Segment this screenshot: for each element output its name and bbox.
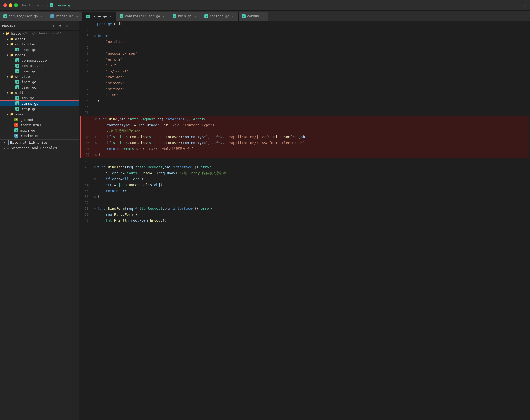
tab-contact[interactable]: g contact.go × (201, 12, 239, 21)
tree-item-resp[interactable]: g resp.go (0, 106, 79, 111)
tree-item-util[interactable]: ▼ 📁 util (0, 90, 79, 95)
tree-item-service-user[interactable]: g user.go (0, 85, 79, 90)
breadcrumb-util[interactable]: util (37, 3, 45, 7)
main-layout: Project ⊕ ≡ ⚙ — ▼ 📁 hello ~/Code/goRoot/… (0, 21, 530, 420)
tab-commun[interactable]: g commun... (239, 12, 268, 21)
sidebar: Project ⊕ ≡ ⚙ — ▼ 📁 hello ~/Code/goRoot/… (0, 21, 79, 420)
file-icon-model-user: g (15, 69, 19, 73)
tab-readme[interactable]: M readme.md × (47, 12, 83, 21)
tree-item-controller-user[interactable]: g user.go (0, 47, 79, 52)
code-line-34: 34 err = json.Unmarshal(s,obj) (79, 182, 530, 188)
fold-20[interactable]: ⊞ (94, 134, 98, 140)
expand-arrow-view: ▶ (5, 112, 10, 116)
sidebar-icon-sort[interactable]: ≡ (58, 23, 63, 29)
minimize-button[interactable] (9, 4, 12, 7)
tree-item-service-init[interactable]: g init.go (0, 79, 79, 85)
tab-label-controller-user: controller/user.go (125, 14, 160, 18)
tree-item-maingo[interactable]: g main.go (0, 128, 79, 133)
tab-close-parse[interactable]: × (109, 14, 113, 19)
tree-label-view: view (15, 112, 23, 116)
code-line-39: 39 req.ParseForm() (79, 212, 530, 218)
editor-area[interactable]: 1 package util 2 3 ⊟ import ( 4 "net/htt… (79, 21, 530, 420)
traffic-lights (3, 4, 18, 7)
folder-icon-service: 📁 (10, 74, 14, 79)
sidebar-icon-collapse[interactable]: — (72, 23, 77, 29)
close-button[interactable] (3, 4, 7, 7)
tree-item-gomod[interactable]: M go.mod (0, 117, 79, 122)
breadcrumb-file[interactable]: parse.go (55, 3, 72, 7)
code-editor[interactable]: 1 package util 2 3 ⊟ import ( 4 "net/htt… (79, 21, 530, 420)
code-line-5: 5 (79, 45, 530, 51)
tab-close-readme[interactable]: × (75, 14, 79, 18)
sidebar-icon-settings[interactable]: ⚙ (65, 23, 70, 29)
tree-item-model[interactable]: ▼ 📁 model (0, 52, 79, 58)
code-line-4: 4 "net/http" (79, 39, 530, 45)
code-line-11: 11 "strconv" (79, 80, 530, 86)
folder-icon-view: 📁 (10, 112, 14, 116)
sidebar-title: Project (2, 24, 49, 27)
code-line-14: 14 ) (79, 98, 530, 104)
fold-23[interactable]: ⊞ (94, 140, 98, 146)
tab-parse[interactable]: g parse.go × (83, 12, 116, 21)
tree-item-hello[interactable]: ▼ 📁 hello ~/Code/goRoot/src/hello (0, 31, 79, 36)
tree-item-readmemd[interactable]: M readme.md (0, 133, 79, 138)
fold-31[interactable]: ⊞ (93, 176, 97, 182)
tree-label-gomod: go.mod (20, 118, 33, 122)
expand-arrow-model: ▼ (5, 53, 10, 57)
tree-label-scratches: Scratches and Consoles (11, 146, 57, 150)
tree-item-parse[interactable]: g parse.go (0, 101, 79, 106)
fold-38[interactable]: ⊟ (93, 206, 97, 212)
tree-label-readmemd: readme.md (20, 134, 39, 138)
tree-label-hello: hello (11, 32, 21, 36)
tree-item-indexhtml[interactable]: H index.html (0, 122, 79, 128)
tree-item-model-contact[interactable]: g contact.go (0, 63, 79, 68)
code-line-31: 31 ⊞ if err!=nil: err ↑ (79, 176, 530, 182)
fold-27[interactable]: ⊟ (94, 152, 98, 158)
tab-label-readme: readme.md (56, 14, 73, 18)
tree-item-asset[interactable]: ▶ 📁 asset (0, 36, 79, 41)
tree-item-scratches[interactable]: ▶ ⏱ Scratches and Consoles (0, 145, 79, 150)
breadcrumb: hello › util › g parse.go (22, 3, 72, 7)
tab-close-service-user[interactable]: × (39, 14, 44, 18)
code-line-23: 23 ⊞ if strings.Contains(strings.ToLower… (81, 140, 529, 146)
code-line-1: 1 package util (79, 21, 530, 27)
tree-item-community[interactable]: g community.go (0, 58, 79, 63)
fullscreen-button[interactable] (14, 4, 18, 7)
fold-3[interactable]: ⊟ (93, 33, 97, 39)
code-line-6: 6 "encoding/json" (79, 51, 530, 57)
tree-item-service[interactable]: ▼ 📁 service (0, 74, 79, 79)
tab-close-main[interactable]: × (193, 14, 198, 18)
breadcrumb-file-icon: g (50, 4, 53, 7)
sidebar-icon-globe[interactable]: ⊕ (51, 23, 56, 29)
fold-36[interactable]: ⊟ (93, 194, 97, 200)
tab-service-user[interactable]: g service/user.go × (0, 12, 47, 21)
fold-29[interactable]: ⊟ (93, 164, 97, 170)
tab-label-commun: commun... (247, 14, 265, 18)
tab-close-controller-user[interactable]: × (162, 14, 166, 18)
tree-label-controller: controller (15, 42, 36, 46)
tab-icon-parse: g (86, 15, 90, 18)
tab-close-contact[interactable]: × (231, 14, 235, 18)
tab-controller-user[interactable]: g controller/user.go × (116, 12, 169, 21)
tree-label-asset: asset (15, 37, 26, 41)
fold-17[interactable]: ⊟ (94, 116, 98, 122)
tree-label-controller-user: user.go (22, 48, 36, 52)
tab-label-parse: parse.go (91, 15, 107, 18)
code-line-17: 17 ⊟ func Bind(req *http.Request,obj int… (81, 116, 529, 122)
tree-label-util: util (15, 91, 23, 95)
folder-icon-util: 📁 (10, 90, 14, 95)
tree-item-view[interactable]: ▶ 📁 view (0, 111, 79, 117)
titlebar: hello › util › g parse.go ⤢ (0, 0, 530, 11)
tree-item-controller[interactable]: ▼ 📁 controller (0, 41, 79, 47)
tree-label-service-init: init.go (22, 80, 36, 84)
tree-item-md5[interactable]: g md5.go (0, 95, 79, 101)
tree-label-parse: parse.go (22, 102, 39, 106)
code-line-3: 3 ⊟ import ( (79, 33, 530, 39)
tree-item-external-libs[interactable]: ▶ ▐ External Libraries (0, 139, 79, 145)
tree-item-model-user[interactable]: g user.go (0, 68, 79, 74)
file-icon-maingo: g (14, 128, 18, 132)
breadcrumb-hello[interactable]: hello (22, 3, 33, 7)
expand-icon[interactable]: ⤢ (523, 3, 527, 8)
tab-main[interactable]: g main.go × (169, 12, 201, 21)
tab-icon-controller-user: g (120, 14, 123, 18)
